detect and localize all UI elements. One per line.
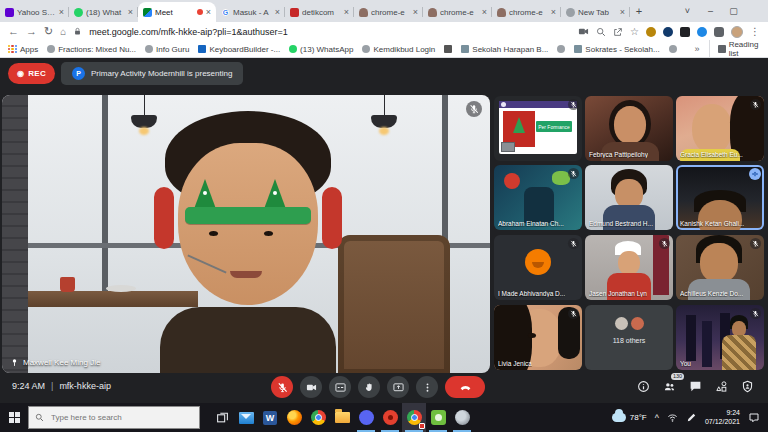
bookmark-kemdikbud[interactable]: Kemdikbud Login: [362, 45, 435, 54]
task-view-button[interactable]: [210, 403, 234, 432]
tab-masuk[interactable]: G Masuk - A ×: [216, 2, 285, 22]
address-bar: ← → ↻ ⌂ meet.google.com/mfk-hkke-aip?pli…: [0, 22, 768, 41]
camera-toggle-button[interactable]: [300, 376, 322, 398]
tab-chrome-ext-2[interactable]: chrome-e ×: [423, 2, 492, 22]
tile-participant-speaking[interactable]: Kanishk Ketan Ghali...: [676, 165, 764, 230]
bookmark-globe-only-2[interactable]: [669, 45, 677, 53]
bookmark-whatsapp[interactable]: (13) WhatsApp: [289, 45, 353, 54]
tab-close-icon[interactable]: ×: [413, 7, 418, 17]
bookmark-keyboardbuilder[interactable]: KeyboardBuilder -...: [198, 45, 280, 54]
tab-yahoo[interactable]: Yahoo Sea ×: [0, 2, 69, 22]
bookmarks-overflow-icon[interactable]: »: [695, 44, 700, 54]
tile-participant[interactable]: I Made Abhivandya D...: [494, 235, 582, 300]
present-button[interactable]: [387, 376, 409, 398]
zoom-icon[interactable]: [596, 27, 606, 37]
tile-participant[interactable]: Edmund Bestrand H...: [585, 165, 673, 230]
tab-meet-active[interactable]: Meet ×: [138, 2, 216, 22]
window-maximize-button[interactable]: ▢: [722, 6, 745, 16]
taskbar-discord[interactable]: [354, 403, 378, 432]
new-tab-button[interactable]: +: [630, 5, 648, 17]
tile-participant[interactable]: Febryca Pattipeilohy: [585, 96, 673, 161]
tile-participant[interactable]: Jasen Jonathan Lyn: [585, 235, 673, 300]
weather-widget[interactable]: 78°F: [612, 413, 647, 422]
bookmark-star-icon[interactable]: ☆: [630, 26, 639, 37]
reload-icon[interactable]: ↻: [44, 26, 53, 37]
extension-hand-icon[interactable]: [646, 27, 656, 37]
extension-dark-square-icon[interactable]: [680, 27, 690, 37]
tab-close-icon[interactable]: ×: [59, 7, 64, 17]
share-icon[interactable]: [613, 27, 623, 37]
taskbar-red-app[interactable]: [378, 403, 402, 432]
tab-close-icon[interactable]: ×: [344, 7, 349, 17]
tray-expand-icon[interactable]: ^: [655, 413, 659, 423]
back-icon[interactable]: ←: [8, 26, 19, 37]
tab-whatsapp[interactable]: (18) What ×: [69, 2, 138, 22]
tab-chrome-ext-1[interactable]: chrome-e ×: [354, 2, 423, 22]
url-text[interactable]: meet.google.com/mfk-hkke-aip?pli=1&authu…: [89, 27, 571, 37]
extension-edge-circle-icon[interactable]: [697, 27, 707, 37]
tile-participant[interactable]: Abraham Elnatan Ch...: [494, 165, 582, 230]
pen-icon[interactable]: [686, 412, 697, 423]
taskbar-chrome[interactable]: [306, 403, 330, 432]
taskbar-clock[interactable]: 9:24 07/12/2021: [705, 409, 740, 427]
taskbar-firefox[interactable]: [282, 403, 306, 432]
extensions-puzzle-icon[interactable]: [714, 27, 724, 37]
start-button[interactable]: [0, 403, 28, 432]
tile-participant[interactable]: Achilleus Kenzie Do...: [676, 235, 764, 300]
apps-shortcut[interactable]: Apps: [8, 45, 38, 54]
taskbar-chrome-recording[interactable]: [402, 403, 426, 432]
mug-decor: [60, 277, 75, 292]
profile-avatar[interactable]: [731, 26, 743, 38]
browser-menu-icon[interactable]: ⋮: [750, 26, 760, 37]
mic-toggle-button[interactable]: [271, 376, 293, 398]
window-minimize-button[interactable]: –: [699, 6, 722, 16]
tab-search-chevron-icon[interactable]: ˅: [676, 6, 699, 16]
extension-blue-circle-icon[interactable]: [663, 27, 673, 37]
taskbar-mail[interactable]: [234, 403, 258, 432]
tab-detikcom[interactable]: detikcom ×: [285, 2, 354, 22]
tab-new-tab[interactable]: New Tab ×: [561, 2, 630, 22]
tab-close-icon[interactable]: ×: [206, 7, 211, 17]
tab-close-icon[interactable]: ×: [482, 7, 487, 17]
tab-close-icon[interactable]: ×: [128, 7, 133, 17]
home-icon[interactable]: ⌂: [60, 27, 66, 37]
meeting-details-button[interactable]: [637, 380, 650, 393]
tab-close-icon[interactable]: ×: [275, 7, 280, 17]
tab-chrome-ext-3[interactable]: chrome-e ×: [492, 2, 561, 22]
bookmark-fractions[interactable]: Fractions: Mixed Nu...: [47, 45, 136, 54]
chat-button[interactable]: [689, 380, 702, 393]
captions-button[interactable]: [329, 376, 351, 398]
forward-icon[interactable]: →: [26, 26, 37, 37]
more-options-button[interactable]: [416, 376, 438, 398]
tab-close-icon[interactable]: ×: [551, 7, 556, 17]
tile-others-count[interactable]: 118 others: [585, 305, 673, 370]
bookmark-icon-only[interactable]: [444, 45, 452, 53]
activities-button[interactable]: [715, 380, 728, 393]
host-controls-button[interactable]: [741, 380, 754, 393]
bookmark-sokrates[interactable]: Sokrates - Sekolah...: [574, 45, 659, 54]
tile-participant[interactable]: Livia Jenica: [494, 305, 582, 370]
participants-button[interactable]: 130: [663, 380, 676, 393]
others-count-label: 118 others: [585, 337, 673, 344]
notification-center-button[interactable]: [748, 412, 760, 424]
bookmark-info-guru[interactable]: Info Guru: [145, 45, 189, 54]
temperature-label: 78°F: [630, 413, 647, 422]
taskbar-green-app[interactable]: [426, 403, 450, 432]
bookmark-sekolah-harapan[interactable]: Sekolah Harapan B...: [461, 45, 548, 54]
search-input[interactable]: [49, 412, 193, 423]
taskbar-search-box[interactable]: [28, 406, 200, 429]
tile-presentation[interactable]: Per Formance: [494, 96, 582, 161]
leave-call-button[interactable]: [445, 376, 485, 398]
taskbar-file-explorer[interactable]: [330, 403, 354, 432]
reading-list-button[interactable]: Reading list: [709, 40, 760, 58]
tab-camera-icon[interactable]: [578, 26, 589, 37]
main-video-tile[interactable]: Maxwell Kee Ming Jie: [2, 95, 490, 373]
taskbar-sketch-app[interactable]: [450, 403, 474, 432]
raise-hand-button[interactable]: [358, 376, 380, 398]
taskbar-word[interactable]: W: [258, 403, 282, 432]
bookmark-globe-only-1[interactable]: [557, 45, 565, 53]
tile-participant[interactable]: Gracia Elisabeth Eu...: [676, 96, 764, 161]
tab-close-icon[interactable]: ×: [620, 7, 625, 17]
tile-self-view[interactable]: You: [676, 305, 764, 370]
wifi-icon[interactable]: [667, 412, 678, 423]
